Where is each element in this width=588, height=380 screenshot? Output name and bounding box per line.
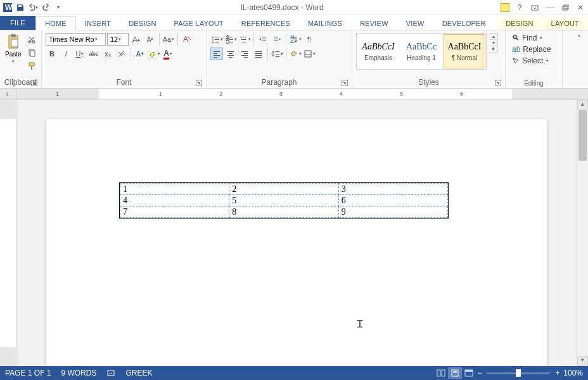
qat-customize-icon[interactable]: ▾ — [53, 3, 63, 13]
styles-more-icon[interactable]: ▼ — [489, 46, 497, 52]
table-cell[interactable]: 1 — [120, 184, 229, 195]
copy-icon[interactable] — [25, 46, 38, 59]
zoom-slider[interactable] — [487, 372, 550, 374]
paste-button[interactable]: Paste ▾ — [4, 33, 23, 65]
ribbon-display-icon[interactable] — [530, 3, 540, 13]
replace-button[interactable]: abReplace — [509, 44, 553, 54]
page-indicator[interactable]: PAGE 1 OF 1 — [5, 369, 51, 377]
tab-view[interactable]: VIEW — [397, 17, 433, 30]
spell-check-icon[interactable] — [106, 369, 115, 377]
styles-down-icon[interactable]: ▾ — [489, 40, 497, 46]
tab-tools-layout[interactable]: LAYOUT — [542, 17, 588, 30]
table-cell[interactable]: 3 — [338, 184, 447, 195]
save-icon[interactable] — [15, 3, 25, 13]
underline-button[interactable]: U — [74, 48, 86, 60]
align-center-icon[interactable] — [224, 48, 237, 60]
vertical-scrollbar[interactable]: ▴ ▾ — [577, 100, 588, 366]
collapse-ribbon-icon[interactable]: ˄ — [573, 32, 585, 44]
superscript-button[interactable]: x² — [115, 48, 128, 60]
table-cell[interactable]: 2 — [229, 184, 338, 195]
font-color-icon[interactable]: A — [162, 48, 174, 60]
table-cell[interactable]: 8 — [229, 206, 338, 218]
tab-page-layout[interactable]: PAGE LAYOUT — [165, 17, 233, 30]
shrink-font-icon[interactable]: A▾ — [144, 33, 157, 46]
tab-insert[interactable]: INSERT — [76, 17, 120, 30]
borders-icon[interactable] — [303, 48, 316, 60]
style-normal[interactable]: AaBbCcI ¶ Normal — [444, 34, 485, 68]
tab-home[interactable]: HOME — [35, 16, 76, 30]
line-spacing-icon[interactable] — [271, 48, 283, 60]
dialog-launcher-icon[interactable]: ⬊ — [342, 80, 348, 86]
tab-references[interactable]: REFERENCES — [233, 17, 299, 30]
strikethrough-button[interactable]: abc — [87, 48, 100, 60]
find-button[interactable]: 🔍︎Find — [509, 33, 553, 43]
vertical-ruler[interactable] — [0, 100, 16, 366]
zoom-thumb[interactable] — [516, 369, 521, 377]
tab-selector[interactable]: L — [0, 89, 16, 99]
document-canvas[interactable]: 1 2 3 4 5 6 7 8 9 Ꮖ — [16, 100, 577, 366]
bullets-icon[interactable] — [210, 33, 223, 46]
justify-icon[interactable] — [252, 48, 265, 60]
dialog-launcher-icon[interactable]: ⬊ — [31, 80, 37, 86]
table[interactable]: 1 2 3 4 5 6 7 8 9 — [119, 182, 449, 218]
undo-icon[interactable] — [28, 3, 38, 13]
grow-font-icon[interactable]: A▴ — [130, 33, 143, 46]
sort-icon[interactable]: AZ — [289, 33, 302, 46]
tab-developer[interactable]: DEVELOPER — [433, 17, 495, 30]
align-right-icon[interactable] — [238, 48, 251, 60]
print-layout-icon[interactable] — [448, 367, 462, 379]
select-button[interactable]: Select — [509, 56, 553, 66]
format-painter-icon[interactable] — [25, 60, 38, 72]
redo-icon[interactable] — [41, 3, 51, 13]
increase-indent-icon[interactable] — [271, 33, 283, 46]
restore-icon[interactable] — [560, 3, 570, 13]
word-count[interactable]: 9 WORDS — [61, 369, 96, 377]
multilevel-list-icon[interactable] — [238, 33, 251, 46]
zoom-out-button[interactable]: − — [477, 369, 482, 377]
tab-file[interactable]: FILE — [0, 16, 35, 30]
styles-up-icon[interactable]: ▴ — [489, 34, 497, 40]
minimize-icon[interactable]: — — [545, 3, 555, 13]
font-size-combo[interactable]: 12 — [107, 33, 129, 46]
horizontal-ruler[interactable]: L 1 1 2 3 4 5 6 — [0, 89, 588, 100]
align-left-icon[interactable] — [210, 48, 223, 60]
zoom-level[interactable]: 100% — [563, 369, 583, 377]
table-cell[interactable]: 5 — [229, 195, 338, 206]
zoom-in-button[interactable]: + — [555, 369, 559, 377]
table-cell[interactable]: 6 — [338, 195, 447, 206]
style-emphasis[interactable]: AaBbCcI Emphasis — [357, 34, 399, 68]
show-hide-icon[interactable]: ¶ — [303, 33, 316, 46]
table-cell[interactable]: 7 — [120, 206, 229, 218]
language-indicator[interactable]: GREEK — [125, 369, 152, 377]
subscript-button[interactable]: x₂ — [101, 48, 114, 60]
tab-design[interactable]: DESIGN — [120, 17, 165, 30]
help-icon[interactable]: ? — [514, 3, 525, 13]
table-cell[interactable]: 9 — [338, 206, 447, 218]
shading-icon[interactable] — [289, 48, 302, 60]
cut-icon[interactable] — [25, 33, 38, 46]
numbering-icon[interactable]: 123 — [224, 33, 237, 46]
tab-review[interactable]: REVIEW — [351, 17, 397, 30]
scroll-thumb[interactable] — [578, 110, 587, 161]
table-cell[interactable]: 4 — [120, 195, 229, 206]
text-effects-icon[interactable]: A — [134, 48, 146, 60]
highlight-icon[interactable] — [148, 48, 160, 60]
change-case-icon[interactable]: Aa — [162, 33, 175, 46]
web-layout-icon[interactable] — [462, 367, 476, 379]
bold-button[interactable]: B — [46, 48, 58, 60]
tab-tools-design[interactable]: DESIGN — [497, 17, 542, 30]
decrease-indent-icon[interactable] — [257, 33, 269, 46]
tab-mailings[interactable]: MAILINGS — [299, 17, 351, 30]
font-name-combo[interactable]: Times New Ro — [46, 33, 106, 46]
style-heading-1[interactable]: AaBbCc Heading 1 — [400, 34, 442, 68]
dialog-launcher-icon[interactable]: ⬊ — [196, 80, 202, 86]
ribbon-options-icon[interactable] — [501, 3, 509, 12]
dialog-launcher-icon[interactable]: ⬊ — [495, 80, 501, 86]
scroll-down-icon[interactable]: ▾ — [577, 356, 588, 366]
scroll-up-icon[interactable]: ▴ — [577, 100, 588, 110]
italic-button[interactable]: I — [60, 48, 72, 60]
read-mode-icon[interactable] — [434, 367, 448, 379]
clear-formatting-icon[interactable]: A — [181, 33, 193, 46]
close-icon[interactable]: ✕ — [575, 3, 585, 13]
svg-rect-40 — [214, 53, 217, 54]
